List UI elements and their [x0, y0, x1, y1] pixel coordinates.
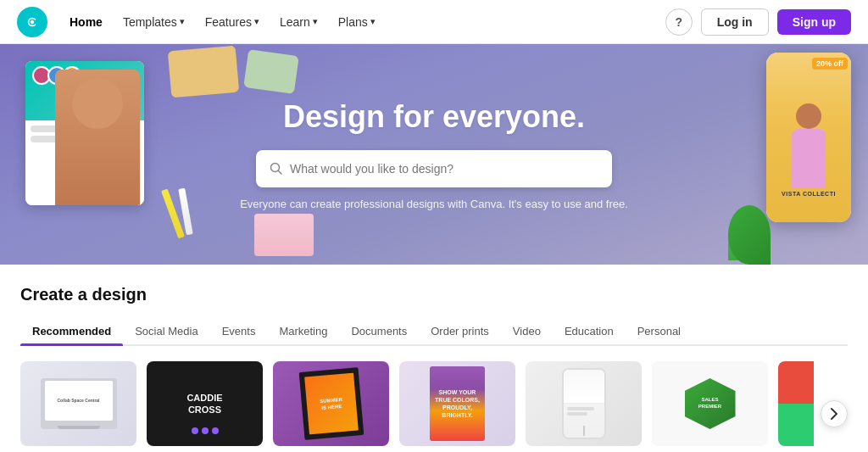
- canva-logo[interactable]: [17, 7, 47, 37]
- phone-badge: 20% off: [812, 58, 848, 70]
- nav-plans[interactable]: Plans ▾: [330, 10, 384, 34]
- design-tabs: Recommended Social Media Events Marketin…: [20, 318, 848, 346]
- hero-deco-card-left: [25, 61, 144, 205]
- card-logo-thumb: SALESPREMIER: [652, 361, 768, 446]
- learn-chevron-icon: ▾: [313, 16, 318, 27]
- nav-links: Home Templates ▾ Features ▾ Learn ▾ Plan…: [61, 10, 665, 34]
- search-icon: [270, 162, 283, 176]
- signup-button[interactable]: Sign up: [777, 9, 851, 35]
- main-content: Create a design Recommended Social Media…: [0, 265, 868, 452]
- hero-section: 20% off VISTA COLLECTI Design for everyo…: [0, 44, 868, 265]
- plans-chevron-icon: ▾: [370, 16, 376, 27]
- card-poster[interactable]: SHOW YOUR TRUE COLORS, PROUDLY, BRIGHTLY…: [399, 361, 515, 452]
- person-head: [72, 78, 123, 129]
- features-chevron-icon: ▾: [254, 16, 259, 27]
- tab-events[interactable]: Events: [210, 318, 268, 344]
- navbar: Home Templates ▾ Features ▾ Learn ▾ Plan…: [0, 0, 868, 44]
- card-presentation-thumb: Collab Space Central: [20, 361, 136, 446]
- phone-woman: [783, 103, 834, 197]
- tab-order-prints[interactable]: Order prints: [419, 318, 501, 344]
- hero-deco-card-1: [168, 46, 239, 98]
- hero-content: Design for everyone. Everyone can create…: [240, 99, 628, 210]
- hero-deco-person: [51, 61, 144, 205]
- cards-scroll-right[interactable]: [821, 400, 848, 427]
- nav-features[interactable]: Features ▾: [197, 10, 268, 34]
- card-instagram-thumb: SUMMERIS HERE: [273, 361, 389, 446]
- card-poster-thumb: SHOW YOUR TRUE COLORS, PROUDLY, BRIGHTLY…: [399, 361, 515, 446]
- nav-templates[interactable]: Templates ▾: [114, 10, 193, 34]
- navbar-right: ? Log in Sign up: [665, 8, 851, 36]
- templates-chevron-icon: ▾: [180, 16, 185, 27]
- section-title: Create a design: [20, 285, 848, 304]
- card-facebook[interactable]: Facebook Post: [526, 361, 642, 452]
- hero-plant: [720, 197, 771, 265]
- search-input[interactable]: [290, 162, 598, 176]
- hero-title: Design for everyone.: [240, 99, 628, 135]
- phone-screen: 20% off VISTA COLLECTI: [766, 53, 851, 222]
- tab-recommended[interactable]: Recommended: [20, 318, 123, 344]
- card-facebook-thumb: [526, 361, 642, 446]
- hero-deco-envelope: [254, 214, 314, 256]
- card-youtube-thumb: [778, 361, 814, 446]
- hero-search-bar[interactable]: [256, 150, 612, 187]
- card-video[interactable]: CADDIECROSS Video: [147, 361, 263, 452]
- tab-education[interactable]: Education: [553, 318, 626, 344]
- svg-line-2: [279, 170, 282, 174]
- hero-deco-card-2: [243, 49, 299, 94]
- design-cards-wrapper: Collab Space Central Presentation CADDIE…: [20, 361, 848, 452]
- card-presentation[interactable]: Collab Space Central Presentation: [20, 361, 136, 452]
- hero-subtitle: Everyone can create professional designs…: [240, 198, 628, 210]
- help-icon: ?: [675, 15, 682, 29]
- design-cards: Collab Space Central Presentation CADDIE…: [20, 361, 814, 452]
- tab-social-media[interactable]: Social Media: [123, 318, 209, 344]
- phone-label: VISTA COLLECTI: [770, 191, 848, 197]
- hero-phone-right: 20% off VISTA COLLECTI: [766, 53, 851, 222]
- earphone-wire: [583, 426, 585, 436]
- card-youtube[interactable]: YouTube Th…: [778, 361, 814, 452]
- help-button[interactable]: ?: [665, 8, 693, 36]
- nav-home[interactable]: Home: [61, 10, 111, 34]
- card-instagram[interactable]: SUMMERIS HERE Instagram Post: [273, 361, 389, 452]
- card-logo[interactable]: SALESPREMIER Logo: [652, 361, 768, 452]
- tab-personal[interactable]: Personal: [626, 318, 693, 344]
- tab-marketing[interactable]: Marketing: [267, 318, 339, 344]
- card-video-thumb: CADDIECROSS: [147, 361, 263, 446]
- nav-learn[interactable]: Learn ▾: [271, 10, 326, 34]
- tab-video[interactable]: Video: [501, 318, 553, 344]
- tab-documents[interactable]: Documents: [339, 318, 419, 344]
- login-button[interactable]: Log in: [701, 8, 769, 36]
